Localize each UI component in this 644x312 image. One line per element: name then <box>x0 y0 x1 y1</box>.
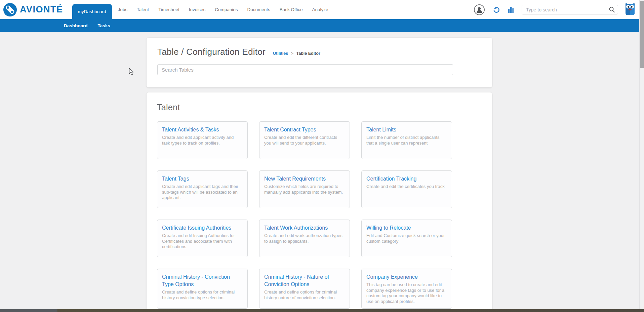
card-description: Customize which fields are required to m… <box>264 184 345 195</box>
primary-nav: myDashboardJobsTalentTimesheetInvoicesCo… <box>72 0 333 19</box>
card-certificate-issuing-authorities[interactable]: Certificate Issuing Authorities Create a… <box>157 220 248 257</box>
vertical-scrollbar-thumb[interactable] <box>640 1 644 68</box>
header-right-cluster <box>474 2 644 17</box>
card-title: Talent Activities & Tasks <box>162 126 243 133</box>
card-title: New Talent Requirements <box>264 175 345 183</box>
card-new-talent-requirements[interactable]: New Talent Requirements Customize which … <box>259 170 350 208</box>
bottom-window-edge <box>0 309 644 312</box>
card-certification-tracking[interactable]: Certification Tracking Create and edit t… <box>361 170 452 208</box>
top-header: AVIONTÉ myDashboardJobsTalentTimesheetIn… <box>0 0 644 19</box>
card-talent-activities-tasks[interactable]: Talent Activities & Tasks Create and edi… <box>157 121 248 159</box>
nav-item-companies[interactable]: Companies <box>210 7 242 12</box>
nav-item-analyze[interactable]: Analyze <box>308 7 333 12</box>
card-talent-work-authorizations[interactable]: Talent Work Authorizations Create and ed… <box>259 220 350 257</box>
card-title: Willing to Relocate <box>366 224 447 232</box>
card-talent-contract-types[interactable]: Talent Contract Types Create and edit th… <box>259 121 350 159</box>
brand-name: AVIONTÉ <box>20 4 63 15</box>
card-willing-to-relocate[interactable]: Willing to Relocate Edit and Customize q… <box>361 220 452 257</box>
card-description: Limit the number of distinct applicants … <box>366 135 447 146</box>
card-title: Criminal History - Conviction Type Optio… <box>162 273 243 288</box>
breadcrumb-separator: > <box>291 51 293 56</box>
table-search <box>157 57 481 75</box>
card-company-experience[interactable]: Company Experience This tag can be used … <box>361 269 452 309</box>
card-description: This tag can be used to create and edit … <box>366 282 447 304</box>
vertical-scrollbar-track[interactable] <box>639 0 644 312</box>
card-title: Talent Contract Types <box>264 126 345 133</box>
talent-section-panel: Talent Talent Activities & Tasks Create … <box>147 92 492 312</box>
section-title: Talent <box>157 103 482 112</box>
nav-item-back-office[interactable]: Back Office <box>275 7 308 12</box>
card-title: Criminal History - Nature of Conviction … <box>264 273 345 288</box>
card-title: Certificate Issuing Authorities <box>162 224 243 232</box>
avionte-logo-icon <box>3 3 17 16</box>
subnav-item-dashboard[interactable]: Dashboard <box>64 23 88 28</box>
nav-item-talent[interactable]: Talent <box>132 7 154 12</box>
owl-assistant-icon[interactable] <box>624 2 636 17</box>
breadcrumb-current: Table Editor <box>296 51 320 56</box>
bar-chart-icon[interactable] <box>507 6 515 14</box>
card-description: Create and edit work authorization types… <box>264 233 345 244</box>
card-title: Company Experience <box>366 273 447 281</box>
card-title: Talent Limits <box>366 126 447 133</box>
header-divider <box>68 3 68 16</box>
card-title: Certification Tracking <box>366 175 447 183</box>
card-title: Talent Work Authorizations <box>264 224 345 232</box>
card-talent-tags[interactable]: Talent Tags Create and edit applicant ta… <box>157 170 248 208</box>
subnav-item-tasks[interactable]: Tasks <box>98 23 110 28</box>
card-description: Create and edit the certificates you tra… <box>366 184 447 190</box>
card-description: Create and edit the different contracts … <box>264 135 345 146</box>
nav-item-documents[interactable]: Documents <box>242 7 275 12</box>
card-description: Create and edit Issuing Authorities for … <box>162 233 243 250</box>
card-description: Edit and Customize quick search or your … <box>366 233 447 244</box>
card-description: Create and define options for criminal h… <box>162 289 243 301</box>
breadcrumb-utilities-link[interactable]: Utilities <box>273 51 288 56</box>
table-editor-header-panel: Table / Configuration Editor Utilities >… <box>147 38 492 87</box>
page-title: Table / Configuration Editor <box>157 47 266 57</box>
card-description: Create and edit applicant tags and their… <box>162 184 243 201</box>
nav-item-invoices[interactable]: Invoices <box>184 7 210 12</box>
card-description: Create and define options for criminal h… <box>264 289 345 301</box>
card-description: Create and edit applicant activity and t… <box>162 135 243 146</box>
card-grid: Talent Activities & Tasks Create and edi… <box>157 121 482 309</box>
mouse-cursor <box>129 68 134 77</box>
global-search-input[interactable] <box>522 5 618 14</box>
card-talent-limits[interactable]: Talent Limits Limit the number of distin… <box>361 121 452 159</box>
search-tables-input[interactable] <box>157 64 453 75</box>
search-icon[interactable] <box>609 6 615 14</box>
card-criminal-history-conviction-type-options[interactable]: Criminal History - Conviction Type Optio… <box>157 269 248 309</box>
nav-item-mydashboard[interactable]: myDashboard <box>72 4 112 19</box>
breadcrumb: Utilities > Table Editor <box>273 51 320 56</box>
nav-item-timesheet[interactable]: Timesheet <box>154 7 184 12</box>
card-title: Talent Tags <box>162 175 243 183</box>
nav-item-jobs[interactable]: Jobs <box>113 7 132 12</box>
brand-logo: AVIONTÉ <box>0 3 63 16</box>
sub-nav-bar: DashboardTasks <box>0 19 644 32</box>
global-search <box>522 5 618 14</box>
undo-icon[interactable] <box>492 6 500 14</box>
user-avatar-icon[interactable] <box>474 4 485 15</box>
card-criminal-history-nature-of-conviction-options[interactable]: Criminal History - Nature of Conviction … <box>259 269 350 309</box>
